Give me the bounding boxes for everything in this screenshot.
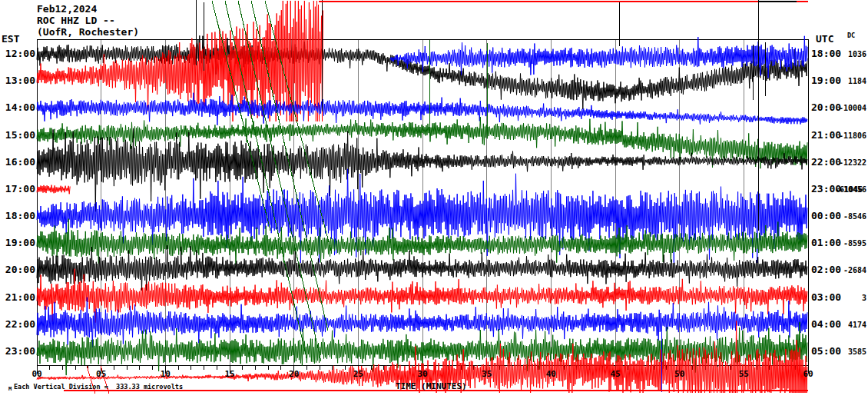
plot-date: Feb12,2024 bbox=[37, 4, 97, 14]
station-code: ROC HHZ LD -- bbox=[37, 15, 115, 25]
x-tick-label: 05 bbox=[88, 370, 114, 378]
est-time-label: 15:00 bbox=[0, 130, 35, 140]
dc-value: 1184 bbox=[848, 77, 866, 85]
est-time-label: 16:00 bbox=[0, 157, 35, 167]
dc-value-box: -2684 bbox=[799, 266, 866, 274]
dc-value: 1036 bbox=[848, 50, 866, 58]
dc-value-box: -10004 bbox=[799, 104, 866, 112]
dc-value-box: -8546 bbox=[799, 212, 866, 221]
est-time-label: 20:00 bbox=[0, 264, 35, 274]
est-time-label: 19:00 bbox=[0, 238, 35, 248]
est-header: EST bbox=[2, 34, 19, 44]
dc-value-box: -8595 bbox=[799, 239, 866, 248]
dc-value: 3 bbox=[862, 294, 866, 302]
dc-value-box: -11806 bbox=[799, 131, 866, 140]
helicorder-plot: Feb12,2024 ROC HHZ LD -- (UofR, Rocheste… bbox=[0, 0, 868, 399]
x-tick-label: 25 bbox=[345, 370, 371, 378]
utc-header: UTC bbox=[816, 34, 833, 44]
dc-value-box: 3585 bbox=[799, 347, 866, 356]
x-axis-title: TIME (MINUTES) bbox=[396, 382, 467, 391]
dc-value-overlap: -61046 bbox=[835, 185, 863, 194]
trace-canvas bbox=[0, 0, 868, 399]
dc-value-box: 1036 bbox=[799, 50, 866, 58]
est-time-label: 18:00 bbox=[0, 211, 35, 221]
dc-value: -8546 bbox=[843, 212, 866, 221]
seismic-trace-row6-17:00-red-stub bbox=[37, 185, 70, 195]
dc-value: -10004 bbox=[839, 104, 866, 112]
vertical-division-note: Each Vertical Division = 333.33 microvol… bbox=[14, 384, 183, 391]
x-tick-label: 15 bbox=[217, 370, 243, 378]
est-time-label: 14:00 bbox=[0, 102, 35, 112]
dc-value-box: 1184 bbox=[799, 77, 866, 85]
est-time-label: 21:00 bbox=[0, 292, 35, 302]
dc-value-box: 3 bbox=[799, 294, 866, 302]
dc-header: DC bbox=[847, 32, 855, 39]
x-tick-label: 60 bbox=[795, 370, 821, 378]
corner-mark: M bbox=[8, 387, 12, 392]
dc-value: -2684 bbox=[843, 266, 866, 274]
dc-value: -8595 bbox=[843, 239, 866, 248]
x-tick-label: 55 bbox=[731, 370, 757, 378]
dc-value-box: -12322 bbox=[799, 158, 866, 167]
x-tick-label: 45 bbox=[602, 370, 628, 378]
dc-value: 3585 bbox=[848, 347, 866, 356]
dc-value: 4174 bbox=[848, 321, 866, 329]
est-time-label: 17:00 bbox=[0, 184, 35, 194]
x-tick-label: 35 bbox=[474, 370, 500, 378]
x-tick-label: 40 bbox=[538, 370, 564, 378]
x-tick-label: 20 bbox=[281, 370, 307, 378]
x-tick-label: 10 bbox=[152, 370, 178, 378]
est-time-label: 22:00 bbox=[0, 319, 35, 329]
x-tick-label: 30 bbox=[409, 370, 436, 378]
est-time-label: 23:00 bbox=[0, 346, 35, 356]
dc-value-box: 4174 bbox=[799, 321, 866, 329]
est-time-label: 13:00 bbox=[0, 75, 35, 85]
station-location: (UofR, Rochester) bbox=[37, 27, 139, 37]
x-tick-label: 50 bbox=[667, 370, 693, 378]
x-tick-label: 00 bbox=[24, 370, 50, 378]
dc-value: -11806 bbox=[839, 131, 866, 140]
dc-value: -12322 bbox=[839, 158, 866, 167]
dc-value-box: -10456-61046 bbox=[799, 185, 866, 194]
est-time-label: 12:00 bbox=[0, 48, 35, 58]
